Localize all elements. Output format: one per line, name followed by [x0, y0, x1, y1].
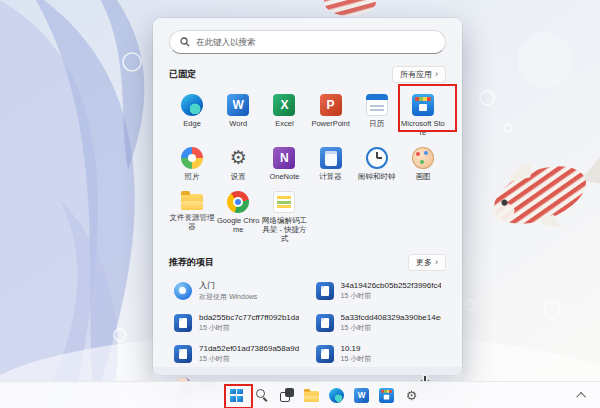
app-label: 画图 — [415, 172, 430, 181]
app-alarms-clock[interactable]: 闹钟和时钟 — [354, 143, 400, 183]
recommended-title: 入门 — [199, 280, 257, 291]
calculator-icon — [320, 147, 342, 169]
app-label: 计算器 — [319, 172, 342, 181]
app-powerpoint[interactable]: P PowerPoint — [308, 90, 354, 139]
app-microsoft-store[interactable]: Microsoft Store — [400, 90, 446, 139]
taskbar-word-button[interactable]: W — [353, 387, 370, 404]
edge-icon — [329, 388, 344, 403]
windows-logo-icon — [230, 389, 243, 402]
system-tray[interactable] — [579, 382, 586, 408]
search-input[interactable] — [196, 37, 435, 47]
app-label: 日历 — [369, 119, 384, 128]
app-photos[interactable]: 照片 — [169, 143, 215, 183]
pinned-apps-grid: Edge W Word X Excel P PowerPoint 日历 Micr… — [169, 90, 446, 245]
app-label: Google Chrome — [216, 216, 261, 234]
app-label: Microsoft Store — [400, 119, 445, 137]
recommended-subtitle: 15 小时前 — [199, 323, 299, 333]
word-icon: W — [227, 94, 249, 116]
app-label: OneNote — [269, 172, 299, 181]
recommended-item-file[interactable]: bda255bc7c77cff7ff092b1da30044a9... 15 小… — [169, 310, 305, 336]
recommended-subtitle: 欢迎使用 Windows — [199, 292, 257, 302]
taskbar-start-button[interactable] — [228, 387, 245, 404]
recommended-title: 10.19 — [341, 344, 372, 353]
chevron-right-icon: › — [435, 70, 438, 79]
app-paint[interactable]: 画图 — [400, 143, 446, 183]
task-view-icon — [280, 388, 294, 402]
calendar-icon — [366, 94, 388, 116]
app-file-explorer[interactable]: 文件资源管理器 — [169, 187, 215, 245]
recommended-item-file[interactable]: 71da52ef01ad73869a58a9db0dc0c6c36... 15 … — [169, 341, 305, 367]
more-button[interactable]: 更多 › — [408, 254, 446, 271]
recommended-subtitle: 15 小时前 — [341, 323, 441, 333]
search-bar[interactable] — [169, 30, 446, 54]
app-calculator[interactable]: 计算器 — [308, 143, 354, 183]
taskbar: W ⚙ — [0, 381, 600, 408]
app-label: Edge — [183, 119, 201, 128]
taskbar-search-button[interactable] — [253, 387, 270, 404]
taskbar-store-button[interactable] — [378, 387, 395, 404]
folder-icon — [304, 391, 319, 402]
recommended-title: 34a19426cb05b252f3996fc4b3ad18e... — [341, 281, 441, 290]
document-icon — [174, 345, 192, 363]
start-menu-panel: 已固定 所有应用 › Edge W Word X Excel P PowerPo… — [153, 18, 462, 375]
chrome-icon — [227, 191, 249, 213]
desktop: 已固定 所有应用 › Edge W Word X Excel P PowerPo… — [0, 0, 600, 408]
recommended-item-file[interactable]: 5a33fcdd408329a390be14ee63c74... 15 小时前 — [311, 310, 447, 336]
app-label: PowerPoint — [311, 119, 349, 128]
recommended-grid: 入门 欢迎使用 Windows 34a19426cb05b252f3996fc4… — [169, 277, 446, 367]
paint-palette-icon — [412, 147, 434, 169]
taskbar-edge-button[interactable] — [328, 387, 345, 404]
app-label: 文件资源管理器 — [170, 213, 215, 231]
app-onenote[interactable]: N OneNote — [261, 143, 307, 183]
recommended-title: 71da52ef01ad73869a58a9db0dc0c6c36... — [199, 344, 299, 353]
folder-icon — [181, 194, 203, 210]
recommended-subtitle: 15 小时前 — [199, 354, 299, 364]
photos-icon — [181, 147, 203, 169]
taskbar-task-view-button[interactable] — [278, 387, 295, 404]
app-label: Excel — [275, 119, 293, 128]
document-icon — [316, 282, 334, 300]
recommended-section-header: 推荐的项目 更多 › — [169, 254, 446, 271]
store-icon — [412, 94, 434, 116]
app-label: Word — [229, 119, 247, 128]
excel-icon: X — [273, 94, 295, 116]
get-started-icon — [174, 282, 192, 300]
pinned-section-title: 已固定 — [169, 68, 196, 81]
app-label: 网络编解码工具架 - 快捷方式 — [262, 216, 307, 243]
app-label: 照片 — [185, 172, 200, 181]
edge-icon — [181, 94, 203, 116]
app-calendar[interactable]: 日历 — [354, 90, 400, 139]
taskbar-file-explorer-button[interactable] — [303, 387, 320, 404]
more-label: 更多 — [416, 257, 432, 268]
app-label: 设置 — [231, 172, 246, 181]
app-edge[interactable]: Edge — [169, 90, 215, 139]
recommended-item-get-started[interactable]: 入门 欢迎使用 Windows — [169, 277, 305, 305]
app-settings[interactable]: ⚙ 设置 — [215, 143, 261, 183]
pinned-section-header: 已固定 所有应用 › — [169, 66, 446, 83]
recommended-subtitle: 15 小时前 — [341, 291, 441, 301]
onenote-icon: N — [273, 147, 295, 169]
app-codec-toolkit[interactable]: 网络编解码工具架 - 快捷方式 — [261, 187, 307, 245]
taskbar-settings-button[interactable]: ⚙ — [403, 387, 420, 404]
recommended-title: bda255bc7c77cff7ff092b1da30044a9... — [199, 313, 299, 322]
gear-icon: ⚙ — [227, 147, 249, 169]
document-icon — [174, 314, 192, 332]
app-google-chrome[interactable]: Google Chrome — [215, 187, 261, 245]
app-excel[interactable]: X Excel — [261, 90, 307, 139]
chevron-up-icon — [576, 391, 586, 401]
search-icon — [180, 37, 190, 47]
all-apps-button[interactable]: 所有应用 › — [392, 66, 446, 83]
recommended-item-file[interactable]: 34a19426cb05b252f3996fc4b3ad18e... 15 小时… — [311, 277, 447, 305]
recommended-item-file[interactable]: 10.19 15 小时前 — [311, 341, 447, 367]
app-word[interactable]: W Word — [215, 90, 261, 139]
document-icon — [316, 345, 334, 363]
recommended-section-title: 推荐的项目 — [169, 256, 214, 269]
clock-icon — [366, 147, 388, 169]
word-icon: W — [354, 388, 369, 403]
all-apps-label: 所有应用 — [400, 69, 432, 80]
app-label: 闹钟和时钟 — [358, 172, 396, 181]
recommended-subtitle: 15 小时前 — [341, 354, 372, 364]
chevron-right-icon: › — [435, 258, 438, 267]
codec-tool-icon — [273, 191, 295, 213]
taskbar-icons: W ⚙ — [228, 382, 420, 408]
